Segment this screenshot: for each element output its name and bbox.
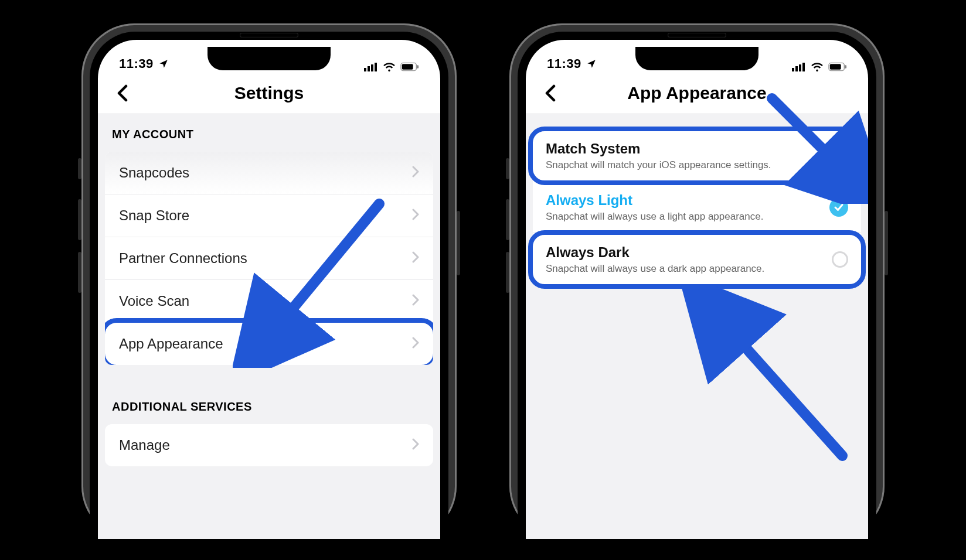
phone-right: 11:39 xyxy=(509,23,885,539)
svg-rect-9 xyxy=(795,66,798,71)
chevron-right-icon xyxy=(412,209,419,223)
earpiece xyxy=(240,33,298,37)
svg-rect-0 xyxy=(364,68,366,71)
appearance-option-list: Match System Snapchat will match your iO… xyxy=(533,131,861,284)
svg-rect-13 xyxy=(830,64,841,69)
settings-content[interactable]: MY ACCOUNT Snapcodes Snap Store Partner … xyxy=(98,114,440,539)
chevron-right-icon xyxy=(412,166,419,180)
section-header-my-account: MY ACCOUNT xyxy=(98,114,440,152)
cellular-signal-icon xyxy=(792,62,806,71)
nav-header: Settings xyxy=(98,73,440,114)
svg-rect-5 xyxy=(402,64,413,69)
row-label: Snap Store xyxy=(119,207,189,224)
location-icon xyxy=(158,59,169,69)
option-match-system[interactable]: Match System Snapchat will match your iO… xyxy=(533,131,861,180)
option-title: Always Light xyxy=(546,192,763,209)
phone-left: 11:39 xyxy=(81,23,457,539)
back-button[interactable] xyxy=(111,81,134,105)
screen-right: 11:39 xyxy=(526,40,868,539)
row-manage[interactable]: Manage xyxy=(105,424,433,466)
radio-selected-icon xyxy=(829,198,848,217)
back-button[interactable] xyxy=(539,81,562,105)
row-snap-store[interactable]: Snap Store xyxy=(105,194,433,237)
appearance-content[interactable]: Match System Snapchat will match your iO… xyxy=(526,114,868,539)
row-app-appearance[interactable]: App Appearance xyxy=(105,323,433,365)
row-label: Manage xyxy=(119,437,170,453)
chevron-right-icon xyxy=(412,337,419,351)
svg-rect-8 xyxy=(792,68,794,71)
option-always-light[interactable]: Always Light Snapchat will always use a … xyxy=(533,183,861,233)
row-snapcodes[interactable]: Snapcodes xyxy=(105,152,433,194)
location-icon xyxy=(586,59,597,69)
option-desc: Snapchat will always use a light app app… xyxy=(546,211,763,223)
row-label: Partner Connections xyxy=(119,250,247,267)
svg-rect-2 xyxy=(371,64,373,71)
section-header-additional-services: ADDITIONAL SERVICES xyxy=(98,365,440,424)
notch xyxy=(208,47,331,70)
battery-icon xyxy=(828,62,847,71)
svg-rect-1 xyxy=(368,66,370,71)
nav-header: App Appearance xyxy=(526,73,868,114)
option-title: Always Dark xyxy=(546,244,764,261)
page-title: App Appearance xyxy=(627,83,766,103)
page-title: Settings xyxy=(234,83,304,103)
option-desc: Snapchat will always use a dark app appe… xyxy=(546,263,764,275)
radio-unselected-icon xyxy=(832,251,848,268)
battery-icon xyxy=(400,62,419,71)
svg-rect-11 xyxy=(802,63,805,71)
screen-left: 11:39 xyxy=(98,40,440,539)
svg-rect-6 xyxy=(417,65,419,69)
status-time: 11:39 xyxy=(547,56,581,71)
earpiece xyxy=(668,33,726,37)
option-title: Match System xyxy=(546,141,771,157)
side-button xyxy=(885,211,888,275)
radio-unselected-icon xyxy=(832,148,848,164)
row-partner-connections[interactable]: Partner Connections xyxy=(105,237,433,280)
list-group-my-account: Snapcodes Snap Store Partner Connections xyxy=(105,152,433,365)
option-always-dark[interactable]: Always Dark Snapchat will always use a d… xyxy=(533,235,861,284)
wifi-icon xyxy=(811,62,824,71)
cellular-signal-icon xyxy=(364,62,378,71)
chevron-right-icon xyxy=(412,294,419,308)
row-label: App Appearance xyxy=(119,336,223,352)
row-voice-scan[interactable]: Voice Scan xyxy=(105,280,433,323)
list-group-additional: Manage xyxy=(105,424,433,466)
status-time: 11:39 xyxy=(119,56,154,71)
option-desc: Snapchat will match your iOS appearance … xyxy=(546,159,771,171)
svg-rect-3 xyxy=(375,63,377,71)
chevron-right-icon xyxy=(412,438,419,452)
svg-rect-10 xyxy=(799,64,801,71)
chevron-right-icon xyxy=(412,251,419,265)
row-label: Voice Scan xyxy=(119,293,189,309)
row-label: Snapcodes xyxy=(119,165,189,181)
notch xyxy=(635,47,758,70)
side-button xyxy=(457,211,460,275)
wifi-icon xyxy=(383,62,396,71)
svg-rect-14 xyxy=(845,65,846,69)
